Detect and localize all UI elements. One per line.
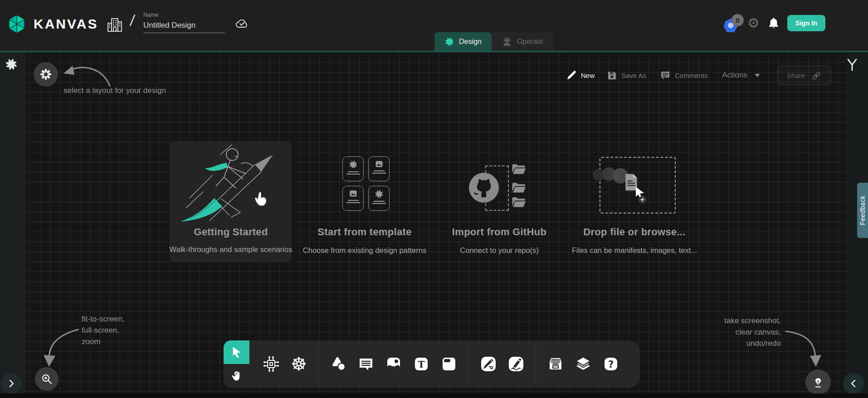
- text-tool-button[interactable]: T: [410, 352, 433, 376]
- save-as-label: Save As: [621, 72, 646, 79]
- expand-left-dock-button[interactable]: [1, 373, 22, 394]
- toolbar-divider: [536, 344, 536, 384]
- kanvas-app: KANVAS / Name: [0, 0, 868, 398]
- canvas-actions-hint-arrow: [782, 325, 823, 368]
- comments-icon: [660, 70, 671, 81]
- rocket-doodle: [177, 145, 285, 223]
- layout-selector-button[interactable]: [34, 62, 58, 87]
- cloud-saved-icon: [235, 17, 249, 30]
- shapes-tool-button[interactable]: [327, 352, 350, 376]
- zoom-hint-arrow: [41, 322, 84, 370]
- actions-dropdown[interactable]: Actions: [722, 68, 760, 82]
- note-tool-button[interactable]: [437, 352, 461, 376]
- chevron-right-icon: [8, 379, 15, 388]
- pen-tool-button[interactable]: [477, 352, 500, 376]
- kanvas-logo[interactable]: KANVAS: [6, 14, 98, 34]
- share-link-icon: [811, 71, 821, 81]
- text-tool-icon: T: [413, 355, 430, 373]
- template-mini-image: [342, 186, 364, 211]
- shapes-icon: [329, 355, 347, 373]
- sketch-tool-button[interactable]: [504, 352, 528, 376]
- feedback-label: Feedback: [859, 195, 866, 225]
- new-button[interactable]: New: [566, 68, 595, 82]
- settings-gear-icon[interactable]: ⚙: [747, 16, 760, 30]
- pen-nib-icon: [812, 375, 824, 389]
- template-mini-design: [368, 186, 390, 211]
- mode-tabs: Design Operate: [434, 32, 553, 51]
- bottom-edge: [0, 393, 868, 398]
- image-icon: [349, 189, 358, 198]
- sticky-note-icon: [440, 355, 458, 373]
- save-as-button[interactable]: Save As: [607, 68, 646, 82]
- organization-icon[interactable]: [106, 16, 124, 34]
- design-name-field: Name: [143, 12, 225, 33]
- notifications-bell-icon[interactable]: [768, 17, 780, 31]
- repo-folder-icon: [512, 197, 526, 208]
- credits-indicator[interactable]: ☸ 0: [724, 18, 739, 33]
- breadcrumb-separator: /: [129, 12, 136, 29]
- layers-tool-button[interactable]: [571, 352, 595, 376]
- repo-folder-icon: [512, 182, 526, 193]
- help-icon: ?: [602, 355, 619, 373]
- zoom-button[interactable]: [35, 367, 59, 391]
- sign-in-button[interactable]: Sign In: [787, 15, 825, 31]
- pan-tool-button[interactable]: [224, 364, 249, 388]
- github-octocat-icon[interactable]: [468, 172, 499, 203]
- feedback-tab[interactable]: Feedback: [857, 183, 868, 238]
- freehand-pencil-icon: [507, 355, 525, 373]
- mode-column: [224, 340, 249, 388]
- merge-y-icon[interactable]: [846, 58, 858, 71]
- zoom-in-magnifier-icon: [41, 373, 53, 385]
- operate-headset-icon: [502, 36, 512, 47]
- image-tool-button[interactable]: [382, 352, 405, 376]
- top-navigation-bar: KANVAS / Name: [0, 0, 868, 51]
- kubernetes-wheel-icon: ☸: [291, 355, 307, 373]
- component-chip-icon: [262, 355, 280, 373]
- pinwheel-icon: [349, 160, 358, 169]
- getting-started-title: Getting Started: [154, 226, 308, 238]
- add-plus-icon: [639, 196, 646, 204]
- toolbar-divider: [318, 344, 319, 384]
- tab-design-label: Design: [459, 38, 482, 46]
- collapse-right-dock-button[interactable]: [843, 373, 864, 394]
- design-canvas[interactable]: select a layout for your design New Save…: [0, 51, 868, 398]
- tab-design[interactable]: Design: [434, 32, 492, 51]
- template-card[interactable]: [342, 156, 390, 211]
- design-name-input[interactable]: [143, 21, 225, 33]
- drop-title[interactable]: Drop file or browse...: [557, 226, 712, 238]
- actions-label: Actions: [722, 71, 747, 80]
- toolbar-divider: [468, 344, 469, 384]
- zoom-hint-text: fit-to-screen, full-screen, zoom: [82, 313, 124, 347]
- layout-hint-text: select a layout for your design: [63, 85, 166, 96]
- drawer-tool-button[interactable]: [544, 352, 567, 376]
- tab-operate[interactable]: Operate: [492, 32, 553, 51]
- save-floppy-icon: [607, 70, 617, 81]
- layout-flower-icon: [40, 68, 52, 80]
- github-title[interactable]: Import from GitHub: [422, 226, 576, 238]
- new-label: New: [581, 72, 595, 79]
- getting-started-card[interactable]: Getting Started Walk-throughs and sample…: [170, 141, 292, 262]
- help-tool-button[interactable]: ?: [599, 352, 623, 376]
- meshery-spinner-icon: [5, 58, 18, 71]
- pinwheel-icon: [375, 189, 384, 199]
- comments-label: Comments: [675, 72, 708, 79]
- svg-text:?: ?: [608, 359, 614, 370]
- share-label: Share: [787, 72, 805, 79]
- comments-button[interactable]: Comments: [660, 68, 708, 82]
- components-tool-button[interactable]: [259, 352, 283, 376]
- template-title[interactable]: Start from template: [288, 226, 442, 238]
- svg-text:T: T: [418, 359, 425, 370]
- canvas-actions-hint-text: take screenshot, clear canvas, undo/redo: [694, 315, 781, 349]
- template-mini-design: [342, 156, 364, 181]
- repo-folder-icon: [512, 164, 526, 175]
- tab-operate-label: Operate: [517, 38, 543, 46]
- kubernetes-tool-button[interactable]: ☸: [287, 352, 311, 376]
- draw-actions-button[interactable]: [805, 369, 831, 395]
- select-cursor-icon: [231, 346, 242, 358]
- comment-tool-button[interactable]: [354, 352, 378, 376]
- left-dock-rail: [0, 52, 26, 398]
- pen-tool-icon: [479, 355, 497, 373]
- kanvas-logo-icon: [6, 14, 27, 34]
- select-tool-button[interactable]: [224, 340, 249, 364]
- share-button[interactable]: Share: [777, 66, 831, 85]
